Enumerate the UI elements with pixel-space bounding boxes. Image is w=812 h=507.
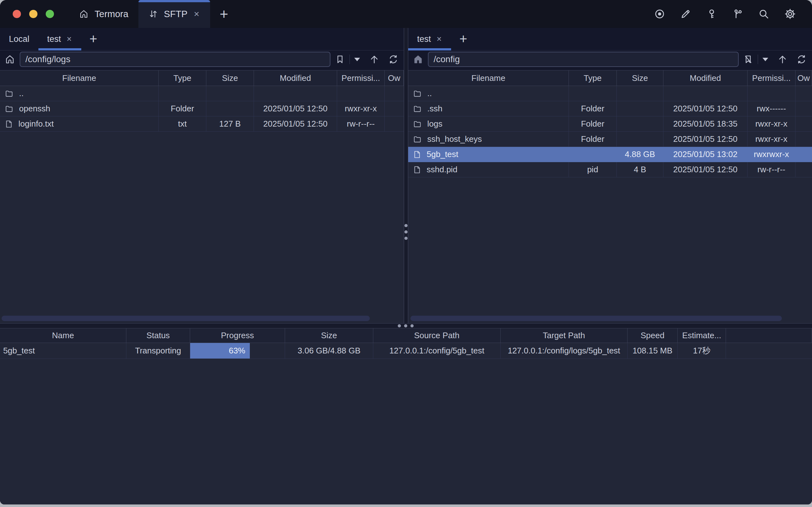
modified-cell: 2025/01/05 12:50 xyxy=(663,162,748,177)
file-table-header: FilenameTypeSizeModifiedPermissi...Ow xyxy=(0,70,404,86)
toolbar-divider xyxy=(758,55,758,64)
file-row-sshd.pid[interactable]: sshd.pidpid4 B2025/01/05 12:50rw-r--r-- xyxy=(408,162,812,177)
file-row-loginfo.txt[interactable]: loginfo.txttxt127 B2025/01/05 12:50rw-r-… xyxy=(0,116,404,132)
right-new-tab-button[interactable]: + xyxy=(451,28,476,50)
file-row-ssh_host_keys[interactable]: ssh_host_keysFolder2025/01/05 12:50rwxr-… xyxy=(408,132,812,147)
left-tab-test[interactable]: test × xyxy=(39,28,81,50)
refresh-icon[interactable] xyxy=(796,54,807,65)
edit-icon[interactable] xyxy=(680,8,691,20)
right-pane: test × + xyxy=(408,28,812,323)
bookmark-slash-icon[interactable] xyxy=(743,54,753,64)
transfer-speed-cell: 108.15 MB xyxy=(628,343,678,359)
search-icon[interactable] xyxy=(758,8,769,20)
column-header-progress: Progress xyxy=(190,328,285,343)
left-tab-test-label: test xyxy=(47,34,61,44)
file-row-..[interactable]: .. xyxy=(0,86,404,101)
folder-icon xyxy=(413,89,422,98)
file-row-5gb_test[interactable]: 5gb_test4.88 GB2025/01/05 13:02rwxrwxr-x xyxy=(408,147,812,162)
size-cell: 127 B xyxy=(206,116,254,132)
minimize-window-button[interactable] xyxy=(29,10,38,18)
size-cell xyxy=(617,101,663,116)
column-header-targetpath: Target Path xyxy=(501,328,628,343)
filename-cell: ssh_host_keys xyxy=(408,132,569,147)
tab-sftp[interactable]: SFTP × xyxy=(139,0,210,28)
tab-sftp-label: SFTP xyxy=(164,9,187,19)
settings-icon[interactable] xyxy=(784,8,796,20)
file-row-openssh[interactable]: opensshFolder2025/01/05 12:50rwxr-xr-x xyxy=(0,101,404,116)
folder-icon xyxy=(413,120,422,128)
owner-cell xyxy=(796,101,812,116)
transfer-size-cell: 3.06 GB/4.88 GB xyxy=(285,343,373,359)
close-icon[interactable]: × xyxy=(436,34,442,44)
column-header-size: Size xyxy=(206,70,254,86)
chevron-down-icon[interactable] xyxy=(354,58,360,61)
close-icon[interactable]: × xyxy=(193,9,200,19)
drag-dots-icon xyxy=(404,224,408,240)
permissions-cell: rwxrwxr-x xyxy=(748,147,796,162)
column-header-estimate: Estimate... xyxy=(678,328,726,343)
transfer-estimate-cell: 17秒 xyxy=(678,343,726,359)
chevron-down-icon[interactable] xyxy=(762,58,768,61)
left-path-input[interactable] xyxy=(20,52,330,67)
permissions-cell: rw-r--r-- xyxy=(748,162,796,177)
left-tab-local[interactable]: Local xyxy=(0,28,39,50)
permissions-cell xyxy=(748,86,796,101)
permissions-cell: rw-r--r-- xyxy=(337,116,385,132)
right-horizontal-scrollbar[interactable] xyxy=(411,316,782,321)
bookmark-icon[interactable] xyxy=(335,54,345,64)
owner-cell xyxy=(385,101,404,116)
size-cell xyxy=(617,132,663,147)
size-cell xyxy=(617,86,663,101)
filename-cell: logs xyxy=(408,116,569,132)
home-icon xyxy=(79,9,89,19)
left-file-table: FilenameTypeSizeModifiedPermissi...Ow..o… xyxy=(0,70,404,323)
transfer-arrows-icon xyxy=(149,9,158,19)
folder-icon xyxy=(4,89,14,98)
refresh-icon[interactable] xyxy=(388,54,399,65)
home-icon[interactable] xyxy=(4,54,15,65)
file-row-.ssh[interactable]: .sshFolder2025/01/05 12:50rwx------ xyxy=(408,101,812,116)
transfer-row-5gb_test[interactable]: 5gb_testTransporting63%3.06 GB/4.88 GB12… xyxy=(0,343,812,359)
keychain-icon[interactable] xyxy=(732,8,744,20)
permissions-cell: rwxr-xr-x xyxy=(748,132,796,147)
file-table-header: FilenameTypeSizeModifiedPermissi...Ow xyxy=(408,70,812,86)
record-icon[interactable] xyxy=(654,8,665,20)
home-icon[interactable] xyxy=(413,54,424,65)
column-header-sourcepath: Source Path xyxy=(373,328,501,343)
size-cell xyxy=(206,101,254,116)
transfer-progress-cell: 63% xyxy=(190,343,285,359)
modified-cell: 2025/01/05 12:50 xyxy=(254,116,337,132)
file-icon xyxy=(413,150,422,159)
modified-cell: 2025/01/05 13:02 xyxy=(663,147,748,162)
modified-cell: 2025/01/05 18:35 xyxy=(663,116,748,132)
file-row-..[interactable]: .. xyxy=(408,86,812,101)
type-cell: Folder xyxy=(569,116,617,132)
type-cell: Folder xyxy=(569,132,617,147)
column-header-size: Size xyxy=(285,328,373,343)
file-row-logs[interactable]: logsFolder2025/01/05 18:35rwxr-xr-x xyxy=(408,116,812,132)
right-path-input[interactable] xyxy=(428,52,739,67)
pane-splitter-handle[interactable] xyxy=(404,28,408,323)
transfer-splitter-handle[interactable] xyxy=(0,323,812,328)
left-horizontal-scrollbar[interactable] xyxy=(2,316,370,321)
left-new-tab-button[interactable]: + xyxy=(81,28,106,50)
right-file-table: FilenameTypeSizeModifiedPermissi...Ow...… xyxy=(408,70,812,323)
size-cell: 4.88 GB xyxy=(617,147,663,162)
tab-termora[interactable]: Termora xyxy=(68,0,139,28)
up-directory-icon[interactable] xyxy=(777,54,788,65)
permissions-cell: rwxr-xr-x xyxy=(337,101,385,116)
zoom-window-button[interactable] xyxy=(46,10,54,18)
folder-icon xyxy=(413,104,422,113)
close-window-button[interactable] xyxy=(13,10,21,18)
close-icon[interactable]: × xyxy=(66,34,72,44)
new-window-tab-button[interactable]: + xyxy=(210,0,238,28)
sftp-dual-pane: Local test × + xyxy=(0,28,812,323)
progress-bar: 63% xyxy=(190,343,250,358)
up-directory-icon[interactable] xyxy=(369,54,380,65)
right-tab-test-label: test xyxy=(417,34,431,44)
key-icon[interactable] xyxy=(706,8,717,20)
toolbar-divider xyxy=(349,55,350,64)
filename-cell: 5gb_test xyxy=(408,147,569,162)
column-header-status: Status xyxy=(126,328,190,343)
right-tab-test[interactable]: test × xyxy=(408,28,451,50)
